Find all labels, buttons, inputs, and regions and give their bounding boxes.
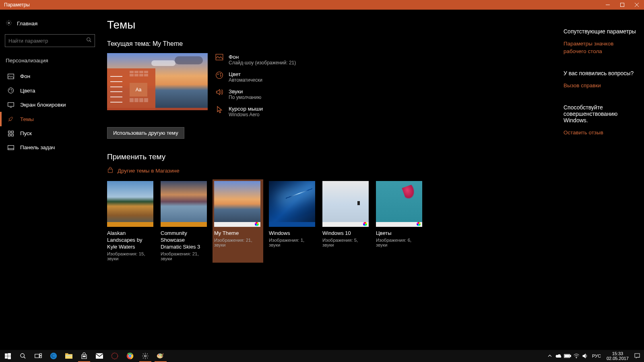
theme-card-title: Alaskan Landscapes by Kyle Waters xyxy=(107,230,153,251)
svg-point-10 xyxy=(11,89,12,90)
detail-sub: Автоматически xyxy=(229,77,262,83)
theme-card[interactable]: Цветы Изображения: 6, звуки xyxy=(376,181,422,261)
tray-volume-icon[interactable] xyxy=(582,352,589,360)
theme-card-sub: Изображения: 21, звуки xyxy=(161,251,207,261)
store-link-label: Другие темы в Магазине xyxy=(118,168,180,174)
sidebar-item-label: Фон xyxy=(20,73,30,79)
svg-rect-35 xyxy=(65,354,72,359)
svg-point-29 xyxy=(21,354,24,357)
store-button[interactable] xyxy=(76,350,92,362)
svg-rect-55 xyxy=(635,354,640,357)
paint-button[interactable] xyxy=(153,350,168,362)
svg-point-34 xyxy=(50,353,57,360)
tray-notifications-icon[interactable] xyxy=(633,352,642,360)
theme-card-title: Community Showcase Dramatic Skies 3 xyxy=(161,230,207,251)
theme-card-sub: Изображения: 6, звуки xyxy=(376,238,422,247)
speaker-icon xyxy=(215,88,224,96)
rail-link-desktop-icons[interactable]: Параметры значков рабочего стола xyxy=(564,40,636,56)
theme-card-sub: Изображения: 15, звуки xyxy=(107,251,153,261)
taskview-button[interactable] xyxy=(31,350,46,362)
tray-language[interactable]: РУС xyxy=(590,352,603,360)
detail-background[interactable]: ФонСлайд-шоу (изображений: 21) xyxy=(215,54,296,66)
svg-rect-17 xyxy=(11,134,13,136)
minimize-button[interactable] xyxy=(601,0,615,10)
search-input[interactable] xyxy=(5,34,95,47)
rail-heading-related: Сопутствующие параметры xyxy=(564,28,636,35)
sidebar: Главная Персонализация Фон Цвета Экран б… xyxy=(0,10,100,350)
svg-point-8 xyxy=(8,88,13,93)
sidebar-item-lockscreen[interactable]: Экран блокировки xyxy=(0,98,100,112)
right-rail: Сопутствующие параметры Параметры значко… xyxy=(564,28,636,151)
brush-icon xyxy=(7,116,14,122)
tray-clock[interactable]: 15:33 02.05.2017 xyxy=(604,351,631,361)
svg-rect-31 xyxy=(35,354,39,358)
detail-sub: По умолчанию xyxy=(229,95,261,100)
page-title: Темы xyxy=(107,19,485,31)
explorer-button[interactable] xyxy=(61,350,76,362)
svg-point-11 xyxy=(12,91,12,91)
svg-rect-52 xyxy=(570,355,571,357)
palette-icon xyxy=(7,87,14,94)
svg-rect-32 xyxy=(40,354,42,356)
edge-button[interactable] xyxy=(46,350,61,362)
home-link[interactable]: Главная xyxy=(0,17,100,30)
detail-sub: Слайд-шоу (изображений: 21) xyxy=(229,60,296,66)
sidebar-item-taskbar[interactable]: Панель задач xyxy=(0,140,100,154)
chrome-button[interactable] xyxy=(122,350,138,362)
svg-point-41 xyxy=(112,353,118,359)
rail-link-help[interactable]: Вызов справки xyxy=(564,82,636,90)
detail-color[interactable]: ЦветАвтоматически xyxy=(215,71,296,83)
tray-battery-icon[interactable] xyxy=(564,352,571,360)
sidebar-item-label: Экран блокировки xyxy=(20,102,66,108)
theme-card-selected[interactable]: My Theme Изображения: 21, звуки xyxy=(213,179,263,263)
detail-sounds[interactable]: ЗвукиПо умолчанию xyxy=(215,88,296,100)
sidebar-item-colors[interactable]: Цвета xyxy=(0,83,100,98)
tray-chevron-up-icon[interactable] xyxy=(546,352,553,360)
svg-rect-27 xyxy=(5,356,8,358)
store-link[interactable]: Другие темы в Магазине xyxy=(107,167,485,175)
detail-cursor[interactable]: Курсор мышиWindows Aero xyxy=(215,106,296,117)
rail-heading-feedback: Способствуйте совершенствованию Windows. xyxy=(564,104,636,123)
theme-card-title: Windows xyxy=(269,230,315,237)
app-red-button[interactable] xyxy=(107,350,122,362)
svg-point-54 xyxy=(576,358,576,358)
store-icon xyxy=(107,167,114,175)
svg-rect-12 xyxy=(8,103,14,106)
titlebar: Параметры xyxy=(0,0,644,10)
rail-link-feedback[interactable]: Оставить отзыв xyxy=(564,129,636,137)
theme-card[interactable]: Windows Изображения: 1, звуки xyxy=(269,181,315,261)
sidebar-item-start[interactable]: Пуск xyxy=(0,126,100,140)
detail-title: Фон xyxy=(229,54,296,60)
search-icon[interactable] xyxy=(86,37,92,44)
taskbar-icon xyxy=(7,145,14,150)
theme-card-sub: Изображения: 5, звуки xyxy=(322,238,369,247)
svg-rect-25 xyxy=(5,353,8,356)
maximize-button[interactable] xyxy=(615,0,630,10)
theme-card[interactable]: Community Showcase Dramatic Skies 3 Изоб… xyxy=(161,181,207,261)
search-button[interactable] xyxy=(15,350,31,362)
theme-card[interactable]: Windows 10 Изображения: 5, звуки xyxy=(322,181,369,261)
settings-button[interactable] xyxy=(138,350,153,362)
mail-button[interactable] xyxy=(92,350,107,362)
theme-card[interactable]: Alaskan Landscapes by Kyle Waters Изобра… xyxy=(107,181,153,261)
svg-rect-18 xyxy=(8,145,14,150)
svg-rect-16 xyxy=(8,134,10,136)
svg-rect-33 xyxy=(40,356,42,358)
image-icon xyxy=(7,74,14,79)
svg-rect-39 xyxy=(85,356,85,357)
svg-point-44 xyxy=(129,355,131,357)
svg-line-30 xyxy=(24,357,25,358)
sidebar-item-themes[interactable]: Темы xyxy=(0,112,100,126)
svg-point-4 xyxy=(8,22,10,24)
sidebar-item-background[interactable]: Фон xyxy=(0,69,100,83)
home-label: Главная xyxy=(17,21,37,27)
theme-card-sub: Изображения: 21, звуки xyxy=(214,238,262,247)
tray-wifi-icon[interactable] xyxy=(573,352,580,360)
apply-theme-heading: Применить тему xyxy=(107,152,485,161)
start-button[interactable] xyxy=(0,350,15,362)
svg-point-22 xyxy=(218,74,219,75)
use-other-theme-button[interactable]: Использовать другую тему xyxy=(107,127,184,139)
cursor-icon xyxy=(215,106,224,114)
close-button[interactable] xyxy=(630,0,644,10)
tray-onedrive-icon[interactable] xyxy=(555,352,562,360)
